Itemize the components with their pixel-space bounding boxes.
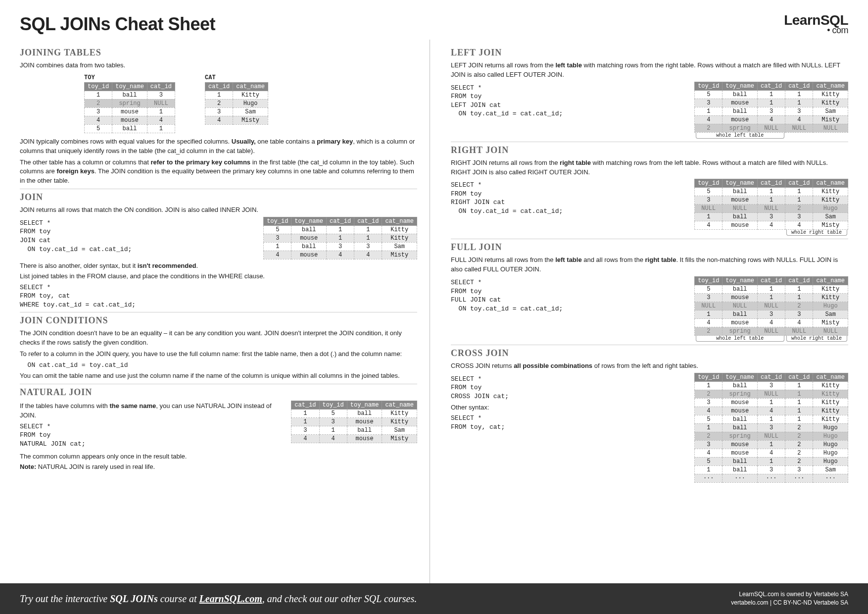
code-on-condition: ON cat.cat_id = toy.cat_id [20, 361, 417, 370]
footer-cta: Try out the interactive SQL JOINs course… [20, 593, 417, 605]
left-column: JOINING TABLES JOIN combines data from t… [20, 40, 430, 583]
text: RIGHT JOIN returns all rows from the rig… [451, 158, 848, 177]
left-join-result: toy_idtoy_namecat_idcat_idcat_name5ball1… [694, 82, 848, 139]
heading-joining-tables: JOINING TABLES [20, 48, 417, 58]
toy-table-wrap: TOY toy_idtoy_namecat_id1ball32springNUL… [84, 74, 175, 133]
cat-table: cat_idcat_name1Kitty2Hugo3Sam4Misty [205, 82, 268, 125]
code-left-join: SELECT * FROM toy LEFT JOIN cat ON toy.c… [451, 84, 684, 118]
text: List joined tables in the FROM clause, a… [20, 272, 417, 281]
logo-main: LearnSQL [784, 14, 848, 26]
heading-full-join: FULL JOIN [451, 239, 848, 253]
text: LEFT JOIN returns all rows from the left… [451, 61, 848, 80]
brand-logo: LearnSQL • com [784, 14, 848, 34]
inner-join-result: toy_idtoy_namecat_idcat_idcat_name5ball1… [263, 217, 417, 259]
text: JOIN combines data from two tables. [20, 61, 417, 70]
cat-table-wrap: CAT cat_idcat_name1Kitty2Hugo3Sam4Misty [205, 74, 268, 133]
code-cross-join: SELECT * FROM toy CROSS JOIN cat; [451, 375, 684, 401]
text: Other syntax: [451, 403, 684, 412]
text: FULL JOIN returns all rows from the left… [451, 256, 848, 274]
page-header: SQL JOINs Cheat Sheet LearnSQL • com [20, 14, 848, 35]
right-join-result: toy_idtoy_namecat_idcat_idcat_name5ball1… [694, 179, 848, 236]
text: CROSS JOIN returns all possible combinat… [451, 361, 848, 371]
text: If the tables have columns with the same… [20, 402, 281, 420]
toy-table: toy_idtoy_namecat_id1ball32springNULL3mo… [84, 82, 175, 133]
text: Note: NATURAL JOIN is rarely used in rea… [20, 462, 417, 472]
cat-label: CAT [205, 74, 268, 81]
page-footer: Try out the interactive SQL JOINs course… [0, 583, 868, 614]
heading-cross-join: CROSS JOIN [451, 345, 848, 358]
text: JOIN typically combines rows with equal … [20, 137, 417, 156]
code-inner-join: SELECT * FROM toy JOIN cat ON toy.cat_id… [20, 219, 253, 254]
footer-credits: LearnSQL.com is owned by Vertabelo SA ve… [731, 590, 848, 607]
code-full-join: SELECT * FROM toy FULL JOIN cat ON toy.c… [451, 278, 684, 313]
heading-right-join: RIGHT JOIN [451, 142, 848, 155]
code-cross-join-alt: SELECT * FROM toy, cat; [451, 414, 684, 431]
text: To refer to a column in the JOIN query, … [20, 350, 417, 359]
right-column: LEFT JOIN LEFT JOIN returns all rows fro… [445, 40, 848, 583]
heading-natural-join: NATURAL JOIN [20, 384, 417, 398]
heading-join: JOIN [20, 189, 417, 203]
text: JOIN returns all rows that match the ON … [20, 205, 417, 215]
cross-join-result: toy_idtoy_namecat_idcat_idcat_name1ball3… [694, 373, 848, 483]
heading-left-join: LEFT JOIN [451, 48, 848, 58]
text: There is also another, older syntax, but… [20, 261, 417, 271]
code-old-syntax: SELECT * FROM toy, cat WHERE toy.cat_id … [20, 283, 417, 309]
code-natural-join: SELECT * FROM toy NATURAL JOIN cat; [20, 422, 281, 449]
heading-join-conditions: JOIN CONDITIONS [20, 312, 417, 326]
natural-join-result: cat_idtoy_idtoy_namecat_name15ballKitty1… [291, 401, 417, 443]
text: The JOIN condition doesn't have to be an… [20, 329, 417, 348]
text: You can omit the table name and use just… [20, 371, 417, 381]
text: The common column appears only once in t… [20, 452, 417, 461]
page-title: SQL JOINs Cheat Sheet [20, 14, 215, 35]
code-right-join: SELECT * FROM toy RIGHT JOIN cat ON toy.… [451, 181, 684, 215]
full-join-result: toy_idtoy_namecat_idcat_idcat_name5ball1… [694, 276, 848, 342]
toy-label: TOY [84, 74, 175, 81]
text: The other table has a column or columns … [20, 158, 417, 186]
